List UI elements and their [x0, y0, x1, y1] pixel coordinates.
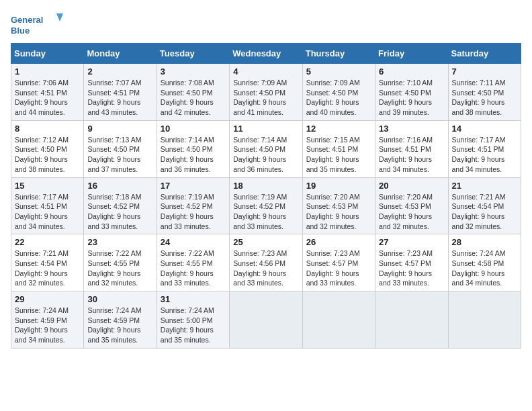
day-number: 30	[87, 294, 152, 304]
day-number: 2	[87, 66, 152, 77]
calendar-header-row: SundayMondayTuesdayWednesdayThursdayFrid…	[11, 44, 521, 64]
day-number: 13	[379, 124, 444, 134]
calendar-cell: 17Sunrise: 7:19 AMSunset: 4:52 PMDayligh…	[157, 177, 229, 234]
column-header-tuesday: Tuesday	[157, 44, 229, 64]
day-info: Sunrise: 7:23 AMSunset: 4:57 PMDaylight:…	[306, 248, 371, 288]
logo: General Blue	[11, 11, 64, 38]
day-info: Sunrise: 7:24 AMSunset: 5:00 PMDaylight:…	[161, 306, 226, 345]
calendar-cell: 8Sunrise: 7:12 AMSunset: 4:50 PMDaylight…	[11, 120, 84, 177]
day-number: 15	[15, 181, 80, 191]
calendar-cell: 23Sunrise: 7:22 AMSunset: 4:55 PMDayligh…	[84, 234, 157, 291]
column-header-thursday: Thursday	[302, 44, 375, 64]
day-number: 11	[233, 124, 298, 134]
calendar-cell: 14Sunrise: 7:17 AMSunset: 4:51 PMDayligh…	[448, 120, 521, 177]
calendar-cell: 7Sunrise: 7:11 AMSunset: 4:50 PMDaylight…	[448, 64, 521, 121]
svg-text:Blue: Blue	[11, 26, 30, 36]
calendar-cell: 5Sunrise: 7:09 AMSunset: 4:50 PMDaylight…	[302, 64, 375, 121]
day-info: Sunrise: 7:13 AMSunset: 4:50 PMDaylight:…	[87, 135, 152, 175]
day-info: Sunrise: 7:19 AMSunset: 4:52 PMDaylight:…	[161, 192, 226, 232]
day-info: Sunrise: 7:06 AMSunset: 4:51 PMDaylight:…	[15, 78, 80, 118]
calendar-cell: 26Sunrise: 7:23 AMSunset: 4:57 PMDayligh…	[302, 234, 375, 291]
calendar-cell: 1Sunrise: 7:06 AMSunset: 4:51 PMDaylight…	[11, 64, 84, 121]
calendar-cell: 12Sunrise: 7:15 AMSunset: 4:51 PMDayligh…	[302, 120, 375, 177]
day-number: 10	[161, 124, 226, 134]
day-number: 6	[379, 66, 444, 77]
calendar-cell: 29Sunrise: 7:24 AMSunset: 4:59 PMDayligh…	[11, 291, 84, 349]
calendar-cell: 22Sunrise: 7:21 AMSunset: 4:54 PMDayligh…	[11, 234, 84, 291]
calendar-cell: 2Sunrise: 7:07 AMSunset: 4:51 PMDaylight…	[84, 64, 157, 121]
calendar-cell: 27Sunrise: 7:23 AMSunset: 4:57 PMDayligh…	[375, 234, 448, 291]
day-number: 12	[306, 124, 371, 134]
calendar-table: SundayMondayTuesdayWednesdayThursdayFrid…	[11, 43, 521, 349]
day-info: Sunrise: 7:07 AMSunset: 4:51 PMDaylight:…	[87, 78, 152, 118]
calendar-week-row: 22Sunrise: 7:21 AMSunset: 4:54 PMDayligh…	[11, 234, 521, 291]
svg-text:General: General	[11, 15, 43, 25]
calendar-cell: 13Sunrise: 7:16 AMSunset: 4:51 PMDayligh…	[375, 120, 448, 177]
day-number: 4	[233, 66, 298, 77]
day-number: 7	[452, 66, 517, 77]
day-info: Sunrise: 7:24 AMSunset: 4:59 PMDaylight:…	[15, 306, 80, 345]
day-number: 27	[379, 237, 444, 247]
calendar-cell: 15Sunrise: 7:17 AMSunset: 4:51 PMDayligh…	[11, 177, 84, 234]
calendar-cell: 31Sunrise: 7:24 AMSunset: 5:00 PMDayligh…	[157, 291, 229, 349]
calendar-cell: 21Sunrise: 7:21 AMSunset: 4:54 PMDayligh…	[448, 177, 521, 234]
calendar-cell	[302, 291, 375, 349]
day-number: 1	[15, 66, 80, 77]
day-info: Sunrise: 7:24 AMSunset: 4:59 PMDaylight:…	[87, 306, 152, 345]
day-number: 5	[306, 66, 371, 77]
column-header-saturday: Saturday	[448, 44, 521, 64]
day-info: Sunrise: 7:20 AMSunset: 4:53 PMDaylight:…	[379, 192, 444, 232]
day-info: Sunrise: 7:23 AMSunset: 4:57 PMDaylight:…	[379, 248, 444, 288]
day-number: 16	[87, 181, 152, 191]
day-number: 25	[233, 237, 298, 247]
calendar-cell: 6Sunrise: 7:10 AMSunset: 4:50 PMDaylight…	[375, 64, 448, 121]
svg-marker-2	[56, 13, 63, 21]
day-info: Sunrise: 7:15 AMSunset: 4:51 PMDaylight:…	[306, 135, 371, 175]
day-number: 3	[161, 66, 226, 77]
day-info: Sunrise: 7:17 AMSunset: 4:51 PMDaylight:…	[15, 192, 80, 232]
day-number: 24	[161, 237, 226, 247]
day-info: Sunrise: 7:10 AMSunset: 4:50 PMDaylight:…	[379, 78, 444, 118]
day-number: 17	[161, 181, 226, 191]
day-number: 21	[452, 181, 517, 191]
calendar-cell: 3Sunrise: 7:08 AMSunset: 4:50 PMDaylight…	[157, 64, 229, 121]
day-number: 18	[233, 181, 298, 191]
day-info: Sunrise: 7:22 AMSunset: 4:55 PMDaylight:…	[161, 248, 226, 288]
calendar-cell: 18Sunrise: 7:19 AMSunset: 4:52 PMDayligh…	[230, 177, 302, 234]
day-number: 8	[15, 124, 80, 134]
calendar-cell: 9Sunrise: 7:13 AMSunset: 4:50 PMDaylight…	[84, 120, 157, 177]
calendar-cell: 25Sunrise: 7:23 AMSunset: 4:56 PMDayligh…	[230, 234, 302, 291]
day-info: Sunrise: 7:21 AMSunset: 4:54 PMDaylight:…	[15, 248, 80, 288]
day-number: 23	[87, 237, 152, 247]
day-info: Sunrise: 7:14 AMSunset: 4:50 PMDaylight:…	[161, 135, 226, 175]
calendar-week-row: 15Sunrise: 7:17 AMSunset: 4:51 PMDayligh…	[11, 177, 521, 234]
day-info: Sunrise: 7:09 AMSunset: 4:50 PMDaylight:…	[306, 78, 371, 118]
calendar-cell	[375, 291, 448, 349]
calendar-week-row: 29Sunrise: 7:24 AMSunset: 4:59 PMDayligh…	[11, 291, 521, 349]
day-number: 26	[306, 237, 371, 247]
day-number: 31	[161, 294, 226, 304]
calendar-cell: 20Sunrise: 7:20 AMSunset: 4:53 PMDayligh…	[375, 177, 448, 234]
page-header: General Blue	[11, 11, 521, 38]
day-number: 22	[15, 237, 80, 247]
calendar-cell: 16Sunrise: 7:18 AMSunset: 4:52 PMDayligh…	[84, 177, 157, 234]
calendar-cell: 4Sunrise: 7:09 AMSunset: 4:50 PMDaylight…	[230, 64, 302, 121]
column-header-friday: Friday	[375, 44, 448, 64]
day-info: Sunrise: 7:24 AMSunset: 4:58 PMDaylight:…	[452, 248, 517, 288]
logo-svg: General Blue	[11, 11, 64, 38]
column-header-monday: Monday	[84, 44, 157, 64]
day-number: 19	[306, 181, 371, 191]
day-info: Sunrise: 7:08 AMSunset: 4:50 PMDaylight:…	[161, 78, 226, 118]
day-number: 9	[87, 124, 152, 134]
day-info: Sunrise: 7:21 AMSunset: 4:54 PMDaylight:…	[452, 192, 517, 232]
day-number: 14	[452, 124, 517, 134]
day-info: Sunrise: 7:19 AMSunset: 4:52 PMDaylight:…	[233, 192, 298, 232]
day-info: Sunrise: 7:20 AMSunset: 4:53 PMDaylight:…	[306, 192, 371, 232]
day-number: 29	[15, 294, 80, 304]
calendar-cell: 24Sunrise: 7:22 AMSunset: 4:55 PMDayligh…	[157, 234, 229, 291]
calendar-cell: 11Sunrise: 7:14 AMSunset: 4:50 PMDayligh…	[230, 120, 302, 177]
day-info: Sunrise: 7:09 AMSunset: 4:50 PMDaylight:…	[233, 78, 298, 118]
day-number: 28	[452, 237, 517, 247]
day-info: Sunrise: 7:12 AMSunset: 4:50 PMDaylight:…	[15, 135, 80, 175]
day-info: Sunrise: 7:17 AMSunset: 4:51 PMDaylight:…	[452, 135, 517, 175]
